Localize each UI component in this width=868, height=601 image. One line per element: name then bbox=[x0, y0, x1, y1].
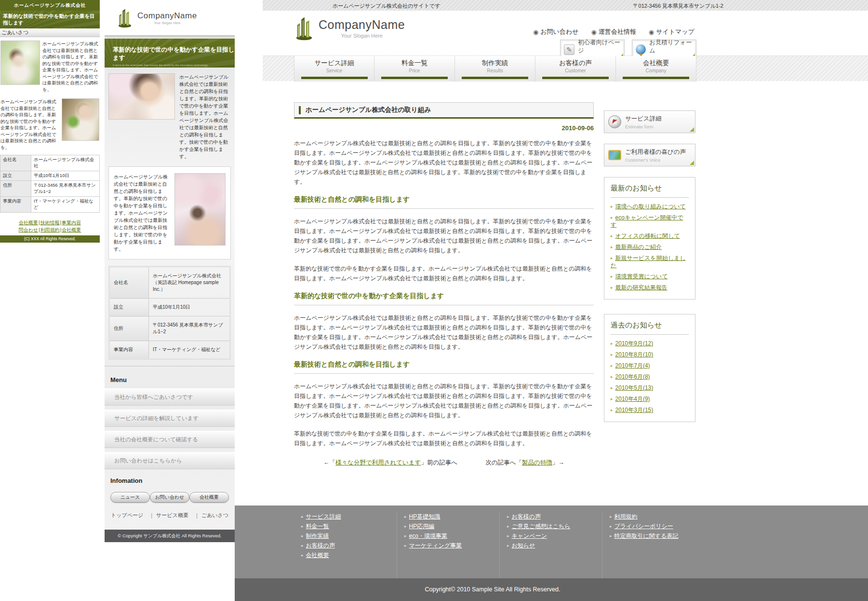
archive-link[interactable]: 2010年6月(8) bbox=[615, 373, 650, 380]
article-date: 2010-09-06 bbox=[294, 124, 594, 132]
middle-footnav-top[interactable]: トップページ bbox=[111, 512, 143, 518]
footer-link[interactable]: ご意見ご感想はこちら bbox=[512, 523, 571, 530]
left-link-business[interactable]: 事業内容 bbox=[62, 220, 81, 225]
footer-column-legal: ▸利用規約 ▸プライバシーポリシー ▸特定商取引に関する表記 bbox=[602, 511, 705, 578]
sidebar-button-text: サービス詳細 Estimate form bbox=[625, 115, 662, 129]
list-item: ▸特定商取引に関する表記 bbox=[610, 532, 702, 541]
beginner-icon: ✎ bbox=[564, 44, 574, 55]
sidebar-service-button[interactable]: サービス詳細 Estimate form bbox=[604, 110, 695, 133]
archive-link[interactable]: 2010年5月(13) bbox=[615, 384, 654, 391]
company-button[interactable]: 会社概要 bbox=[189, 492, 229, 503]
bullet-icon: ▸ bbox=[611, 204, 613, 209]
left-link-company2[interactable]: 会社概要 bbox=[62, 227, 81, 232]
nav-tab-label: 制作実績 bbox=[455, 59, 535, 68]
archive-link[interactable]: 2010年7月(4) bbox=[615, 362, 650, 369]
footer-link[interactable]: 制作実績 bbox=[306, 533, 329, 539]
header-link-contact[interactable]: ◉お問い合わせ bbox=[533, 27, 579, 36]
content-area: ホームページサンプル株式会社の取り組み 2010-09-06 ホームページサンプ… bbox=[263, 102, 868, 467]
bullet-icon: ▸ bbox=[610, 533, 612, 538]
footer-link[interactable]: eco・環境事業 bbox=[409, 533, 447, 539]
archive-link[interactable]: 2010年8月(10) bbox=[615, 351, 654, 358]
news-button[interactable]: ニュース bbox=[110, 492, 150, 503]
nav-tab-company[interactable]: 会社概要 Company bbox=[616, 56, 696, 82]
footer-link[interactable]: キャンペーン bbox=[512, 533, 547, 539]
news-box: 最新のお知らせ ▸環境への取り組みについて ▸ecoキャンペーン開催中です ▸オ… bbox=[604, 177, 695, 300]
footer-link[interactable]: 特定商取引に関する表記 bbox=[614, 533, 679, 539]
row-label: 設立 bbox=[109, 299, 149, 316]
middle-intro-block-2: ホームページサンプル株式会社では最新技術と自然との調和を目指します。革新的な技術… bbox=[108, 166, 231, 260]
left-intro-text-2: ホームページサンプル株式会社では最新技術と自然との調和を目指します。革新的な技術… bbox=[0, 98, 59, 150]
bullet-icon: ▸ bbox=[611, 396, 613, 401]
top-bar: ホームページサンプル株式会社のサイトです 〒012-3456 見本県見本市サンプ… bbox=[263, 0, 868, 11]
nav-tab-sublabel: Customer bbox=[535, 68, 615, 73]
news-link[interactable]: 最新商品のご紹介 bbox=[615, 244, 662, 250]
middle-menu-item-company[interactable]: 当社の会社概要について確認する bbox=[105, 431, 235, 448]
sidebar-voice-button[interactable]: ご利用者様の喜びの声 Customer's Voice bbox=[604, 144, 695, 166]
middle-footnav-greeting[interactable]: ごあいさつ bbox=[201, 512, 228, 518]
middle-menu-item-greeting[interactable]: 当社から皆様へごあいさつです bbox=[105, 388, 235, 406]
left-link-terms[interactable]: 利用規約 bbox=[40, 227, 60, 232]
list-item: ▸制作実績 bbox=[301, 532, 394, 541]
archive-link[interactable]: 2010年4月(9) bbox=[615, 396, 650, 402]
middle-menu-item-service[interactable]: サービスの詳細を解説しています bbox=[105, 410, 235, 427]
middle-footnav-service[interactable]: サービス概要 bbox=[156, 512, 188, 518]
photo-woman-face bbox=[108, 73, 175, 120]
site-description: ホームページサンプル株式会社のサイトです bbox=[333, 2, 441, 10]
article-title-box: ホームページサンプル株式会社の取り組み bbox=[294, 102, 594, 119]
site-logo[interactable]: CompanyName Your Slogan Here bbox=[294, 15, 405, 41]
left-link-company[interactable]: 会社概要 bbox=[19, 220, 38, 225]
contact-button[interactable]: お問い合わせ bbox=[150, 492, 189, 503]
list-item: ▸オフィスの移転に関して bbox=[611, 229, 689, 240]
footer-link[interactable]: 利用規約 bbox=[614, 513, 638, 520]
table-row: 会社名 ホームページサンプル株式会社 bbox=[0, 155, 100, 171]
bullet-icon: ▸ bbox=[404, 543, 407, 548]
article-section-heading: 革新的な技術で世の中を動かす企業を目指します bbox=[294, 292, 594, 305]
next-arrow-icon: 」→ bbox=[552, 459, 564, 466]
footer-link[interactable]: 料金一覧 bbox=[306, 523, 329, 530]
footer-link[interactable]: マーケティング事業 bbox=[409, 542, 462, 549]
article-paragraph: ホームページサンプル株式会社では最新技術と自然との調和を目指します。革新的な技術… bbox=[294, 382, 594, 420]
article-paragraph: 革新的な技術で世の中を動かす企業を目指します。ホームページサンプル株式会社では最… bbox=[294, 429, 594, 448]
bullet-icon: ▸ bbox=[301, 524, 304, 529]
header-link-sitemap[interactable]: ◉サイトマップ bbox=[649, 27, 694, 36]
article-section-heading: 最新技術と自然との調和を目指します bbox=[294, 360, 594, 374]
footer-link[interactable]: 会社概要 bbox=[306, 552, 329, 559]
news-link[interactable]: 新規サービスを開始しました bbox=[611, 255, 686, 269]
news-link[interactable]: 最新の研究結果報告 bbox=[615, 284, 668, 291]
nav-tab-price[interactable]: 料金一覧 Price bbox=[374, 56, 455, 82]
nav-tab-sublabel: Price bbox=[374, 68, 454, 73]
middle-menu-item-contact[interactable]: お問い合わせはこちらから bbox=[105, 452, 235, 469]
news-link[interactable]: 環境賞受賞について bbox=[615, 273, 668, 280]
footer-link[interactable]: HP基礎知識 bbox=[409, 513, 441, 520]
footer-column-services: ▸サービス詳細 ▸料金一覧 ▸制作実績 ▸お客様の声 ▸会社概要 bbox=[294, 511, 397, 578]
footer-link[interactable]: サービス詳細 bbox=[306, 513, 341, 520]
archive-link[interactable]: 2010年9月(12) bbox=[615, 340, 654, 347]
news-link[interactable]: 環境への取り組みについて bbox=[615, 203, 686, 210]
archive-link[interactable]: 2010年3月(15) bbox=[615, 407, 654, 413]
left-link-contact[interactable]: 問合わせ bbox=[19, 227, 38, 232]
news-link[interactable]: ecoキャンペーン開催中です bbox=[611, 214, 683, 228]
footer-link[interactable]: お客様の声 bbox=[306, 542, 335, 549]
nav-tab-results[interactable]: 制作実績 Results bbox=[455, 56, 535, 82]
prev-article-link[interactable]: 様々な分野で利用されています bbox=[335, 459, 421, 466]
bullet-icon: ▸ bbox=[611, 285, 613, 290]
nav-tab-customer[interactable]: お客様の声 Customer bbox=[535, 56, 616, 82]
next-article-link[interactable]: 製品の特徴 bbox=[522, 459, 552, 466]
left-link-tech[interactable]: 技術情報 bbox=[40, 220, 60, 225]
middle-hero-subtitle: It aims at the enterprise that moves the… bbox=[113, 64, 235, 67]
footer-link[interactable]: お知らせ bbox=[512, 542, 535, 549]
footer-link[interactable]: プライバシーポリシー bbox=[614, 523, 673, 530]
billboard-icon bbox=[608, 150, 621, 160]
separator: ｜ bbox=[194, 512, 200, 518]
footer-copyright: Copyright© 2010 Sample Site All Rights R… bbox=[235, 578, 868, 601]
header-link-operator-info[interactable]: ◉運営会社情報 bbox=[591, 27, 636, 36]
footer-link[interactable]: お客様の声 bbox=[512, 513, 541, 520]
nav-tab-service[interactable]: サービス詳細 Service bbox=[294, 56, 374, 82]
prev-label: 」前の記事へ bbox=[421, 459, 457, 466]
news-link[interactable]: オフィスの移転に関して bbox=[615, 232, 680, 239]
site-address: 〒012-3456 見本県見本市サンプル1-2 bbox=[633, 2, 723, 10]
sidebar-button-subtitle: Customer's Voice bbox=[625, 157, 686, 163]
left-company-table: 会社名 ホームページサンプル株式会社 設立 平成10年1月10日 住所 〒012… bbox=[0, 155, 100, 213]
article-title: ホームページサンプル株式会社の取り組み bbox=[306, 106, 431, 114]
footer-link[interactable]: HP応用編 bbox=[409, 523, 435, 530]
